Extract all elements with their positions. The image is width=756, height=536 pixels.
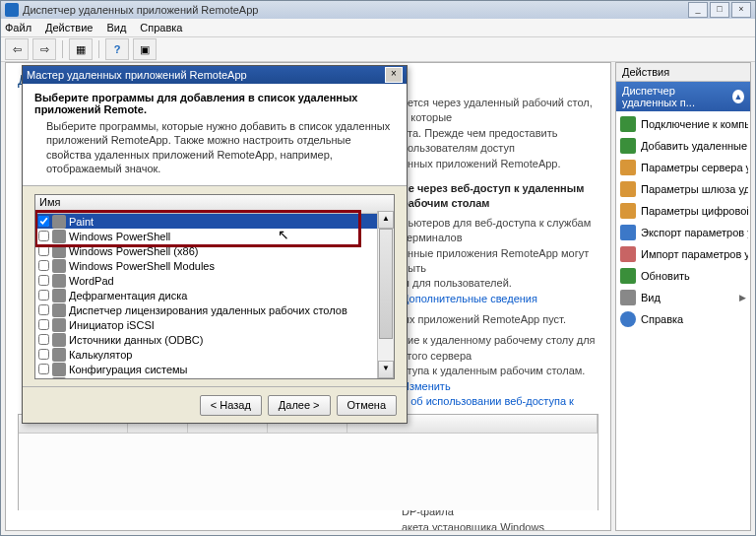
- app-checkbox[interactable]: [38, 245, 49, 256]
- back-button[interactable]: ⇦: [5, 38, 29, 60]
- maximize-button[interactable]: □: [710, 2, 729, 18]
- menu-view[interactable]: Вид: [106, 22, 126, 34]
- sidebar-item[interactable]: Справка: [618, 308, 748, 330]
- sidebar-item[interactable]: Параметры сервера узл...: [618, 157, 748, 178]
- toolbar: ⇦ ⇨ ▦ ? ▣: [1, 37, 755, 62]
- app-icon: [52, 333, 66, 347]
- app-list-row[interactable]: Конфигурация системы: [35, 362, 394, 376]
- import-icon: [620, 246, 636, 262]
- wizard-dialog: Мастер удаленных приложений RemoteApp × …: [22, 65, 408, 424]
- sidebar-item[interactable]: Обновить: [618, 265, 748, 287]
- app-label: Windows PowerShell: [69, 231, 170, 242]
- app-list-row[interactable]: Источники данных (ODBC): [35, 332, 394, 347]
- title-text: Диспетчер удаленных приложений RemoteApp: [23, 4, 258, 16]
- wizard-titlebar[interactable]: Мастер удаленных приложений RemoteApp ×: [23, 66, 407, 84]
- app-list-row[interactable]: WordPad: [35, 273, 394, 288]
- app-checkbox[interactable]: [38, 260, 49, 271]
- show-hide-button[interactable]: ▦: [69, 38, 93, 60]
- scroll-up-button[interactable]: ▲: [378, 211, 394, 229]
- menu-action[interactable]: Действие: [45, 22, 93, 34]
- export-icon: [620, 225, 636, 240]
- actions-pane: Действия Диспетчер удаленных п... ▲ Подк…: [615, 62, 751, 531]
- app-label: Windows PowerShell (x86): [69, 245, 198, 257]
- link-more-info[interactable]: Дополнительные сведения: [402, 293, 537, 304]
- param-icon: [620, 181, 636, 197]
- app-listbox[interactable]: Имя PaintWindows PowerShellWindows Power…: [34, 194, 395, 379]
- sidebar-item-label: Импорт параметров уда...: [641, 248, 748, 260]
- app-checkbox[interactable]: [38, 275, 49, 286]
- app-list-row[interactable]: Paint: [35, 214, 394, 229]
- conn-icon: [620, 116, 636, 132]
- app-label: Конфигурация системы: [69, 364, 188, 375]
- app-checkbox[interactable]: [38, 304, 49, 315]
- app-icon: [52, 244, 66, 258]
- app-checkbox[interactable]: [38, 364, 49, 374]
- app-list-row[interactable]: Windows PowerShell (x86): [35, 243, 394, 258]
- app-checkbox[interactable]: [38, 319, 49, 330]
- next-button[interactable]: Далее >: [268, 395, 331, 416]
- collapse-icon[interactable]: ▲: [732, 90, 744, 103]
- sidebar-item[interactable]: Импорт параметров уда...: [618, 243, 748, 265]
- app-list-row[interactable]: Мастер настройки безопасности: [35, 376, 394, 379]
- app-icon: [52, 363, 66, 376]
- link-change[interactable]: Изменить: [402, 380, 451, 392]
- wizard-title: Мастер удаленных приложений RemoteApp: [27, 69, 247, 81]
- list-header[interactable]: Имя: [35, 195, 394, 214]
- app-checkbox[interactable]: [38, 349, 49, 360]
- app-label: Инициатор iSCSI: [69, 319, 155, 331]
- back-button[interactable]: < Назад: [200, 395, 262, 416]
- menubar: Файл Действие Вид Справка: [1, 19, 755, 37]
- app-checkbox[interactable]: [38, 216, 49, 227]
- app-checkbox[interactable]: [38, 378, 49, 379]
- app-checkbox[interactable]: [38, 334, 49, 345]
- forward-button[interactable]: ⇨: [32, 38, 56, 60]
- app-list-row[interactable]: Диспетчер лицензирования удаленных рабоч…: [35, 302, 394, 317]
- wizard-description: Выберите программы, которые нужно добави…: [34, 119, 395, 175]
- app-list-row[interactable]: Дефрагментация диска: [35, 288, 394, 302]
- sidebar-item-label: Параметры шлюза удал...: [641, 183, 748, 195]
- sidebar-item[interactable]: Экспорт параметров уд...: [618, 222, 748, 243]
- app-label: WordPad: [69, 275, 114, 287]
- app-icon: [52, 215, 66, 229]
- app-list-row[interactable]: Калькулятор: [35, 347, 394, 362]
- app-icon: [52, 348, 66, 362]
- app-list-row[interactable]: Инициатор iSCSI: [35, 317, 394, 332]
- actions-panel-header[interactable]: Диспетчер удаленных п... ▲: [616, 82, 750, 111]
- sidebar-item[interactable]: Вид▶: [618, 287, 748, 308]
- view-icon: [620, 290, 636, 305]
- app-icon: [5, 3, 19, 17]
- app-list-row[interactable]: Windows PowerShell Modules: [35, 258, 394, 273]
- titlebar: Диспетчер удаленных приложений RemoteApp…: [1, 1, 755, 19]
- app-label: Paint: [69, 216, 94, 228]
- app-icon: [52, 230, 66, 243]
- app-checkbox[interactable]: [38, 290, 49, 301]
- help-button[interactable]: ?: [105, 38, 129, 60]
- app-label: Windows PowerShell Modules: [69, 260, 215, 272]
- sidebar-item[interactable]: Подключение к компью...: [618, 113, 748, 135]
- sidebar-item[interactable]: Добавить удаленные п...: [618, 135, 748, 157]
- app-label: Калькулятор: [69, 349, 132, 361]
- sidebar-item[interactable]: Параметры цифровой п...: [618, 200, 748, 222]
- app-icon: [52, 289, 66, 302]
- app-label: Дефрагментация диска: [69, 290, 187, 302]
- scrollbar[interactable]: ▲ ▼: [377, 211, 394, 378]
- menu-help[interactable]: Справка: [140, 22, 182, 34]
- apps-grid: [18, 414, 598, 510]
- refresh-button[interactable]: ▣: [133, 38, 157, 60]
- minimize-button[interactable]: _: [688, 2, 708, 18]
- app-checkbox[interactable]: [38, 231, 49, 241]
- menu-file[interactable]: Файл: [5, 22, 32, 34]
- refresh-icon: [620, 268, 636, 284]
- wizard-close-button[interactable]: ×: [385, 67, 403, 83]
- sidebar-item[interactable]: Параметры шлюза удал...: [618, 178, 748, 200]
- param-icon: [620, 160, 636, 175]
- app-list-row[interactable]: Windows PowerShell: [35, 229, 394, 243]
- scroll-down-button[interactable]: ▼: [378, 361, 394, 378]
- app-icon: [52, 377, 66, 380]
- sidebar-item-label: Параметры цифровой п...: [641, 205, 748, 217]
- chevron-right-icon: ▶: [739, 293, 746, 302]
- app-label: Мастер настройки безопасности: [69, 378, 232, 380]
- scroll-thumb[interactable]: [379, 229, 393, 339]
- close-button[interactable]: ×: [731, 2, 751, 18]
- cancel-button[interactable]: Отмена: [337, 395, 397, 416]
